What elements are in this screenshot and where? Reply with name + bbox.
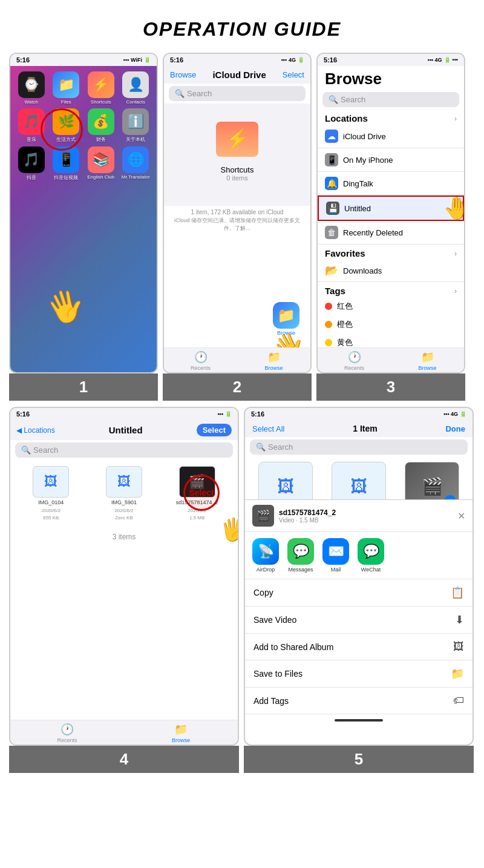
frame2: 5:16 ▪▪▪ 4G 🔋 Browse iCloud Drive Select… — [163, 53, 312, 373]
browse-title: Browse — [318, 66, 464, 90]
save-video-icon: ⬇ — [455, 613, 464, 626]
share-panel: 🎬 sd1575781474_2 Video · 1.5 MB ✕ 📡 AirD… — [245, 499, 473, 726]
tab-recents[interactable]: 🕐 Recents — [164, 350, 237, 371]
translator-label: Mr.Translator — [122, 174, 150, 180]
search5-icon: 🔍 — [256, 442, 266, 452]
file-item-img5901[interactable]: 🖼 IMG_5901 2020/6/2 Zero KB — [91, 466, 158, 521]
frame1-status-icons: ▪▪▪ WiFi 🔋 — [123, 57, 151, 63]
action-add-tags[interactable]: Add Tags 🏷 — [245, 688, 473, 714]
app-shortcuts[interactable]: ⚡ Shortcuts — [85, 71, 117, 105]
done-btn[interactable]: Done — [445, 424, 465, 433]
untitled-item[interactable]: 💾 Untitled 🤚 — [318, 196, 464, 221]
app-finance[interactable]: 💰 财务 — [85, 108, 117, 143]
orange-dot — [325, 321, 332, 328]
frame3: 5:16 ▪▪▪ 4G 🔋 ••• Browse 🔍 Search Locati… — [316, 53, 465, 373]
img0104-date: 2020/6/2 — [42, 508, 60, 513]
on-my-iphone-item[interactable]: 📱 On My iPhone — [318, 148, 464, 172]
frame3-time: 5:16 — [324, 56, 337, 64]
close-sheet-button[interactable]: ✕ — [457, 510, 465, 522]
red-dot — [325, 303, 332, 310]
app-translator[interactable]: 🌐 Mr.Translator — [120, 146, 152, 181]
contacts-label: Contacts — [126, 99, 145, 105]
select-circle-text: Select — [189, 488, 214, 498]
tags-title: Tags — [325, 286, 345, 296]
tab-browse[interactable]: 📁 Browse — [237, 350, 310, 371]
img0104-size: 655 KB — [43, 515, 59, 521]
search4-icon: 🔍 — [21, 446, 31, 455]
recents4-tab-label: Recents — [57, 737, 77, 743]
dingtalk-item[interactable]: 🔔 DingTalk — [318, 172, 464, 196]
share-app-row: 📡 AirDrop 💬 Messages ✉️ Mail 💬 WeChat — [245, 532, 473, 579]
app-music[interactable]: 🎵 音乐 — [16, 108, 47, 143]
frame1: 5:16 ▪▪▪ WiFi 🔋 ⌚ Watch 📁 Files — [9, 53, 158, 373]
signal2-icon: ▪▪▪ — [281, 57, 287, 63]
action-save-video[interactable]: Save Video ⬇ — [245, 607, 473, 634]
battery3-icon: 🔋 — [444, 57, 451, 63]
signal4-icon: ▪▪▪ — [217, 411, 223, 417]
browse4-tab-icon: 📁 — [174, 723, 188, 736]
action-save-files[interactable]: Save to Files 📁 — [245, 660, 473, 688]
signal5-icon: ▪▪▪ 4G — [443, 411, 458, 417]
tag-red[interactable]: 红色 — [318, 297, 464, 315]
tab4-recents[interactable]: 🕐 Recents — [10, 723, 124, 743]
select4-button[interactable]: Select — [197, 424, 232, 436]
app-tiktok[interactable]: 🎵 抖音 — [16, 146, 47, 181]
back-locations[interactable]: ◀ Locations — [16, 426, 55, 435]
favorites-header: Favorites › — [318, 245, 464, 260]
frame1-time: 5:16 — [16, 56, 30, 64]
tag-orange-label: 橙色 — [337, 319, 353, 330]
files-icon: 📁 — [53, 71, 79, 98]
share-messages[interactable]: 💬 Messages — [287, 538, 314, 573]
search2-placeholder: Search — [187, 89, 212, 98]
app-files[interactable]: 📁 Files — [51, 71, 82, 105]
on-my-iphone-icon: 📱 — [325, 153, 338, 166]
recently-deleted-item[interactable]: 🗑 Recently Deleted — [318, 221, 464, 245]
frame2-nav: Browse iCloud Drive Select — [164, 66, 310, 84]
tab4-browse[interactable]: 📁 Browse — [124, 723, 238, 743]
app-about[interactable]: ℹ️ 关于本机 — [120, 108, 152, 143]
search4-placeholder: Search — [33, 446, 58, 455]
downloads-item[interactable]: 📂 Downloads — [318, 260, 464, 282]
icloud-drive-item[interactable]: ☁ iCloud Drive — [318, 125, 464, 148]
frame2-search[interactable]: 🔍 Search — [169, 86, 306, 101]
frame5-search[interactable]: 🔍 Search — [250, 439, 468, 455]
more3-icon[interactable]: ••• — [453, 57, 458, 63]
icloud-drive-label: iCloud Drive — [343, 132, 386, 141]
nav-back[interactable]: Browse — [170, 70, 196, 79]
finance-label: 财务 — [96, 136, 106, 143]
signal3-icon: ▪▪▪ 4G — [427, 57, 442, 63]
app-contacts[interactable]: 👤 Contacts — [120, 71, 152, 105]
share-airdrop[interactable]: 📡 AirDrop — [252, 538, 279, 573]
nav-title: iCloud Drive — [212, 70, 266, 80]
app-english[interactable]: 📚 English Club — [85, 146, 117, 181]
frame3-search[interactable]: 🔍 Search — [322, 92, 459, 107]
share-wechat[interactable]: 💬 WeChat — [358, 538, 384, 573]
copy-label: Copy — [253, 588, 273, 597]
tab3-recents[interactable]: 🕐 Recents — [318, 350, 391, 371]
app-watch[interactable]: ⌚ Watch — [16, 71, 47, 105]
action-shared-album[interactable]: Add to Shared Album 🖼 — [245, 634, 473, 660]
lifestyle-icon: 🌿 — [53, 108, 79, 135]
hand4-pointer: 🖐️ — [220, 517, 239, 542]
app-lifestyle[interactable]: 🌿 生活方式 — [51, 108, 82, 143]
img5901-date: 2020/6/2 — [114, 508, 133, 513]
add-tags-label: Add Tags — [253, 696, 289, 706]
share-mail[interactable]: ✉️ Mail — [322, 538, 349, 573]
locations-header: Locations › — [318, 110, 464, 125]
action-copy[interactable]: Copy 📋 — [245, 579, 473, 607]
icloud-drive-icon: ☁ — [325, 130, 338, 143]
frame4: 5:16 ▪▪▪ 🔋 ◀ Locations Untitled Select 🔍… — [9, 407, 239, 746]
shortcuts-folder-items: 0 items — [226, 174, 247, 182]
tiktok-label: 抖音 — [27, 174, 36, 181]
battery5-icon: 🔋 — [460, 411, 466, 417]
nav-select[interactable]: Select — [283, 70, 304, 79]
select-all-btn[interactable]: Select All — [252, 424, 284, 433]
app-douyin[interactable]: 📱 抖音短视频 — [51, 146, 82, 181]
tag-orange[interactable]: 橙色 — [318, 315, 464, 334]
airdrop-label: AirDrop — [257, 567, 275, 573]
file-item-img0104[interactable]: 🖼 IMG_0104 2020/6/2 655 KB — [18, 466, 85, 521]
frame4-search[interactable]: 🔍 Search — [15, 442, 233, 458]
finance-icon: 💰 — [88, 108, 114, 135]
recents3-tab-icon: 🕐 — [348, 350, 361, 364]
tab3-browse[interactable]: 📁 Browse — [391, 350, 464, 371]
